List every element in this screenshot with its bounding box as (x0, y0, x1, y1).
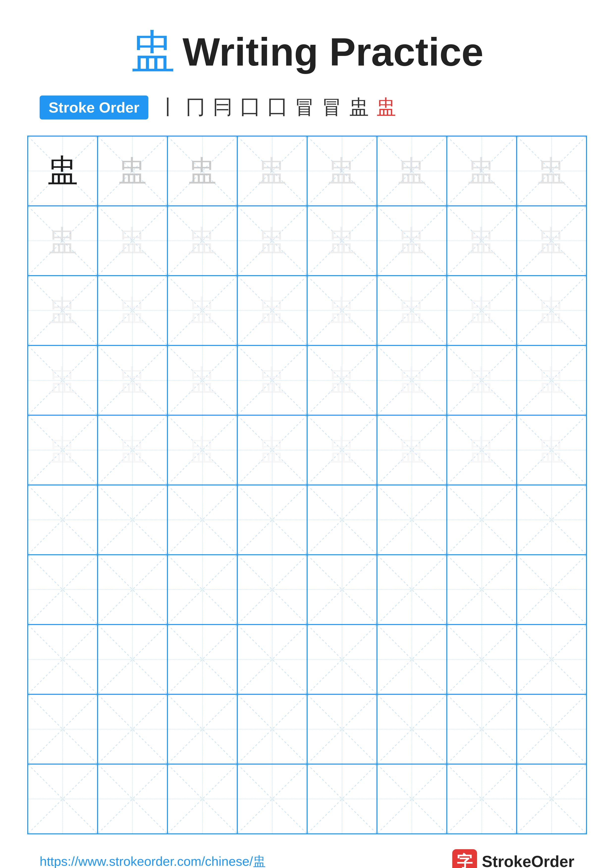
grid-cell[interactable] (237, 485, 307, 555)
grid-cell[interactable] (517, 694, 586, 764)
grid-cell[interactable] (28, 555, 98, 625)
grid-cell[interactable]: 盅 (377, 415, 447, 485)
footer-brand: 字 StrokeOrder (452, 849, 574, 868)
grid-cell[interactable] (168, 555, 237, 625)
grid-cell[interactable] (28, 485, 98, 555)
svg-line-145 (28, 764, 97, 833)
svg-line-84 (168, 485, 237, 554)
grid-cell[interactable] (377, 764, 447, 834)
grid-cell[interactable]: 盅 (517, 206, 586, 276)
grid-cell[interactable] (447, 764, 517, 834)
grid-cell[interactable] (377, 555, 447, 625)
grid-cell[interactable]: 盅 (517, 136, 586, 206)
grid-cell[interactable]: 盅 (98, 276, 168, 346)
grid-cell[interactable]: 盅 (447, 136, 517, 206)
grid-cell[interactable]: 盅 (307, 415, 377, 485)
grid-cell[interactable]: 盅 (377, 346, 447, 415)
grid-cell[interactable]: 盅 (168, 206, 237, 276)
svg-line-148 (168, 764, 237, 833)
svg-line-99 (98, 555, 167, 624)
grid-cell[interactable] (28, 625, 98, 694)
svg-line-105 (308, 555, 376, 624)
guide-char: 盅 (537, 152, 566, 190)
grid-cell[interactable] (307, 485, 377, 555)
svg-line-124 (447, 625, 516, 694)
grid-cell[interactable] (168, 625, 237, 694)
grid-cell[interactable]: 盅 (168, 276, 237, 346)
grid-cell[interactable] (447, 694, 517, 764)
grid-cell[interactable]: 盅 (28, 346, 98, 415)
grid-cell[interactable]: 盅 (237, 206, 307, 276)
grid-cell[interactable] (517, 625, 586, 694)
guide-char: 盅 (258, 222, 286, 260)
grid-cell[interactable]: 盅 (28, 276, 98, 346)
grid-cell[interactable] (168, 485, 237, 555)
grid-cell[interactable]: 盅 (377, 136, 447, 206)
grid-cell[interactable]: 盅 (237, 346, 307, 415)
grid-cell[interactable]: 盅 (307, 206, 377, 276)
svg-line-80 (28, 485, 97, 554)
grid-cell[interactable]: 盅 (377, 206, 447, 276)
grid-cell[interactable] (237, 625, 307, 694)
grid-cell[interactable] (98, 555, 168, 625)
grid-cell[interactable]: 盅 (307, 136, 377, 206)
grid-cell[interactable]: 盅 (517, 346, 586, 415)
grid-cell[interactable]: 盅 (307, 276, 377, 346)
grid-cell[interactable] (377, 485, 447, 555)
grid-cell[interactable] (28, 764, 98, 834)
grid-cell[interactable] (98, 764, 168, 834)
grid-cell[interactable] (307, 555, 377, 625)
grid-cell[interactable] (377, 694, 447, 764)
grid-cell[interactable] (168, 694, 237, 764)
grid-cell[interactable] (98, 694, 168, 764)
guide-char: 盅 (328, 152, 356, 190)
grid-cell[interactable]: 盅 (517, 415, 586, 485)
grid-cell[interactable]: 盅 (517, 276, 586, 346)
grid-cell[interactable]: 盅 (168, 415, 237, 485)
grid-cell[interactable]: 盅 (447, 276, 517, 346)
grid-cell[interactable] (168, 764, 237, 834)
grid-cell[interactable]: 盅 (98, 415, 168, 485)
grid-cell[interactable]: 盅 (237, 136, 307, 206)
grid-cell[interactable] (517, 764, 586, 834)
grid-cell[interactable] (517, 555, 586, 625)
grid-cell[interactable] (307, 694, 377, 764)
guide-char: 盅 (328, 291, 356, 330)
grid-cell[interactable]: 盅 (28, 415, 98, 485)
grid-cell[interactable] (237, 555, 307, 625)
svg-line-121 (308, 625, 376, 694)
svg-line-138 (378, 695, 446, 764)
grid-cell[interactable]: 盅 (168, 136, 237, 206)
svg-line-101 (168, 555, 237, 624)
grid-cell[interactable]: 盅 (98, 136, 168, 206)
grid-cell[interactable]: 盅 (98, 346, 168, 415)
grid-cell[interactable]: 盅 (237, 276, 307, 346)
grid-cell[interactable] (517, 485, 586, 555)
grid-cell[interactable]: 盅 (28, 206, 98, 276)
grid-cell[interactable]: 盅 (307, 346, 377, 415)
guide-char: 盅 (188, 152, 216, 190)
grid-cell[interactable] (237, 694, 307, 764)
grid-cell[interactable]: 盅 (237, 415, 307, 485)
svg-line-149 (168, 764, 237, 833)
grid-cell[interactable]: 盅 (98, 206, 168, 276)
svg-line-81 (28, 485, 97, 554)
grid-cell[interactable]: 盅 (377, 276, 447, 346)
grid-cell[interactable]: 盅 (447, 346, 517, 415)
footer-url[interactable]: https://www.strokeorder.com/chinese/盅 (40, 853, 266, 868)
grid-cell[interactable] (447, 555, 517, 625)
grid-cell[interactable]: 盅 (447, 415, 517, 485)
grid-cell[interactable] (447, 625, 517, 694)
grid-cell[interactable] (98, 625, 168, 694)
grid-cell[interactable] (447, 485, 517, 555)
grid-cell[interactable]: 盅 (28, 136, 98, 206)
grid-cell[interactable] (237, 764, 307, 834)
grid-cell[interactable] (377, 625, 447, 694)
grid-cell[interactable] (28, 694, 98, 764)
guide-char: 盅 (48, 361, 77, 400)
grid-cell[interactable]: 盅 (168, 346, 237, 415)
grid-cell[interactable] (98, 485, 168, 555)
grid-cell[interactable] (307, 625, 377, 694)
grid-cell[interactable] (307, 764, 377, 834)
grid-cell[interactable]: 盅 (447, 206, 517, 276)
